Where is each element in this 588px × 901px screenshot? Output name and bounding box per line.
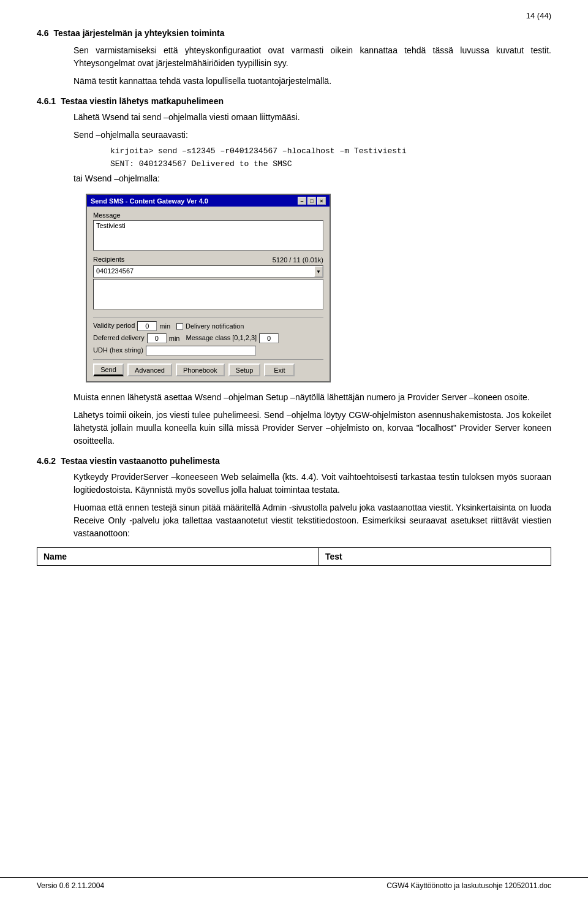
validity-label: Validity period [93,322,135,329]
after-window-para1: Muista ennen lähetystä asettaa Wsend –oh… [74,391,551,404]
recipients-header: Recipients 5120 / 11 (0.01k) [93,256,323,264]
message-class-field: Message class [0,1,2,3] [186,333,279,343]
table-header-test: Test [318,548,551,566]
settings-table: Name Test [37,547,551,566]
minimize-button[interactable]: – [298,197,306,205]
section-462-number: 4.6.2 [37,456,56,466]
section-461-para1: Lähetä Wsend tai send –ohjelmalla viesti… [74,111,551,124]
send-button[interactable]: Send [93,363,124,376]
phonebook-button[interactable]: Phonebook [176,363,225,376]
titlebar-buttons: – □ × [298,197,326,205]
delivery-notification-checkbox[interactable] [176,323,183,330]
validity-input[interactable] [137,321,157,331]
section-46-heading: 4.6 Testaa järjestelmän ja yhteyksien to… [37,28,551,38]
footer-version: Versio 0.6 2.11.2004 [37,881,104,890]
maximize-button[interactable]: □ [307,197,316,205]
footer-filename: CGW4 Käyttöönotto ja laskutusohje 120520… [386,881,551,890]
code-line2: SENT: 0401234567 Delivered to the SMSC [110,159,551,169]
delivery-notification-label: Delivery notification [186,322,244,330]
table-container: Name Test [37,547,551,566]
send-label: Send –ohjelmalla seuraavasti: [74,129,551,142]
delivery-notification-row: Delivery notification [176,322,244,330]
validity-unit: min [159,322,170,330]
section-461-heading: 4.6.1 Testaa viestin lähetys matkapuheli… [37,96,551,106]
setup-button[interactable]: Setup [228,363,261,376]
section-461-title: Testaa viestin lähetys matkapuhelimeen [61,96,224,106]
recipients-dropdown-arrow[interactable]: ▼ [314,266,323,277]
page-number: 14 (44) [526,11,551,20]
validity-row: Validity period min Delivery notificatio… [93,321,323,331]
send-sms-window: Send SMS - Content Gateway Ver 4.0 – □ ×… [86,194,331,382]
section-462-title: Testaa viestin vastaanotto puhelimesta [61,456,220,466]
deferred-unit: min [169,335,180,342]
recipients-list [93,279,323,310]
udh-row: UDH (hex string) [93,346,323,355]
message-input[interactable]: Testiviesti [93,220,323,251]
recipients-count: 5120 / 11 (0.01k) [273,256,323,264]
recipients-input[interactable]: 0401234567 [94,266,314,277]
section-46-para1: Sen varmistamiseksi että yhteyskonfigura… [74,44,551,70]
window-titlebar: Send SMS - Content Gateway Ver 4.0 – □ × [87,195,330,207]
message-class-input[interactable] [259,333,279,343]
window-title: Send SMS - Content Gateway Ver 4.0 [91,197,208,205]
section-462-para2: Huomaa että ennen testejä sinun pitää mä… [74,501,551,540]
table-header-name: Name [37,548,319,566]
deferred-row: Deferred delivery min Message class [0,1… [93,333,323,343]
section-46-para2: Nämä testit kannattaa tehdä vasta lopull… [74,75,551,88]
divider1 [93,317,323,317]
wsend-label: tai Wsend –ohjelmalla: [74,172,551,185]
message-class-label: Message class [0,1,2,3] [186,334,257,341]
footer: Versio 0.6 2.11.2004 CGW4 Käyttöönotto j… [0,877,588,890]
section-46-number: 4.6 [37,28,48,38]
divider2 [93,359,323,360]
message-label: Message [93,211,323,219]
table-header-row: Name Test [37,548,551,566]
window-buttons-row: Send Advanced Phonebook Setup Exit [93,363,323,376]
validity-field: Validity period min [93,321,170,331]
section-46-title: Testaa järjestelmän ja yhteyksien toimin… [53,28,224,38]
after-window-para2: Lähetys toimii oikein, jos viesti tulee … [74,409,551,447]
exit-button[interactable]: Exit [264,363,295,376]
udh-input[interactable] [146,346,256,355]
recipients-label: Recipients [93,256,124,263]
window-body: Message Testiviesti Recipients 5120 / 11… [87,207,330,381]
deferred-label: Deferred delivery [93,334,145,341]
close-button[interactable]: × [317,197,326,205]
deferred-input[interactable] [147,333,167,343]
section-462-para1: Kytkeydy ProviderServer –koneeseen Web s… [74,471,551,496]
section-462-heading: 4.6.2 Testaa viestin vastaanotto puhelim… [37,456,551,466]
advanced-button[interactable]: Advanced [127,363,172,376]
code-line1: kirjoita> send –s12345 –r0401234567 –hlo… [110,146,551,156]
section-461-number: 4.6.1 [37,96,56,106]
deferred-field: Deferred delivery min [93,333,180,343]
recipients-input-row[interactable]: 0401234567 ▼ [93,265,323,278]
udh-label: UDH (hex string) [93,346,143,354]
